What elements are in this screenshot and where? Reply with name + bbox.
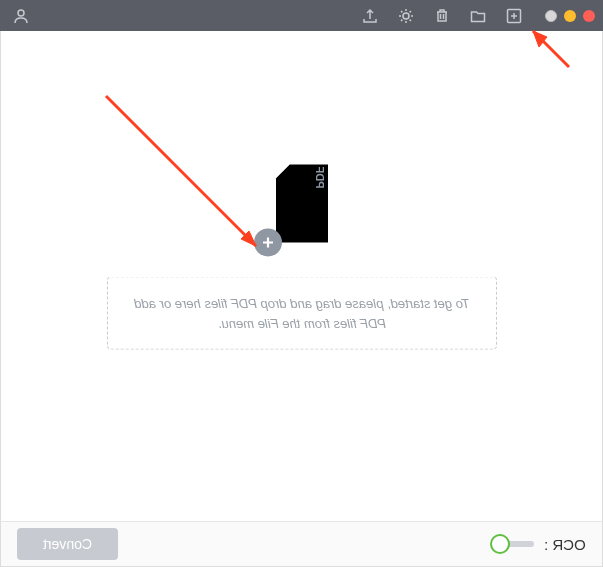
svg-point-4 — [18, 10, 24, 16]
pdf-file-icon: PDF — [268, 163, 336, 249]
svg-line-14 — [533, 31, 569, 67]
toolbar — [361, 7, 523, 25]
folder-icon[interactable] — [469, 7, 487, 25]
ocr-label: OCR : — [544, 536, 586, 553]
trash-icon[interactable] — [433, 7, 451, 25]
minimize-window-button[interactable] — [564, 10, 576, 22]
ocr-toggle[interactable] — [490, 533, 534, 555]
close-window-button[interactable] — [583, 10, 595, 22]
svg-text:PDF: PDF — [314, 167, 326, 189]
footer: OCR : Convert — [0, 521, 603, 567]
add-file-icon[interactable] — [505, 7, 523, 25]
convert-button[interactable]: Convert — [17, 528, 118, 560]
maximize-window-button[interactable] — [545, 10, 557, 22]
drop-area[interactable]: PDF To get started, please drag and drop… — [107, 163, 497, 350]
svg-point-3 — [403, 13, 409, 19]
window-controls — [545, 10, 595, 22]
annotation-arrow — [521, 25, 581, 79]
gear-icon[interactable] — [397, 7, 415, 25]
user-icon[interactable] — [12, 7, 30, 25]
export-icon[interactable] — [361, 7, 379, 25]
drop-hint-text: To get started, please drag and drop PDF… — [107, 277, 497, 350]
main-content: PDF To get started, please drag and drop… — [0, 31, 603, 521]
titlebar — [0, 0, 603, 31]
svg-marker-15 — [533, 31, 547, 47]
add-badge-icon — [254, 229, 282, 257]
